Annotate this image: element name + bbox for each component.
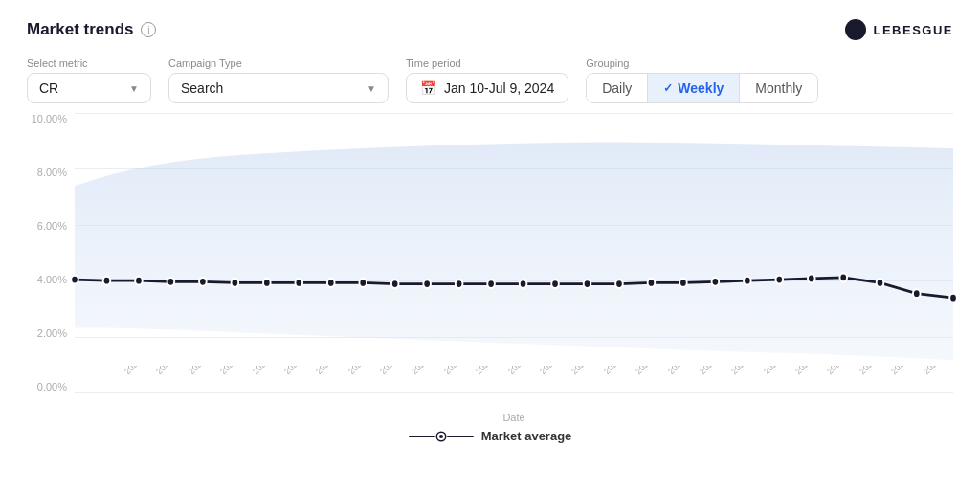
grouping-group: Grouping Daily ✓ Weekly Monthly <box>586 57 818 103</box>
svg-point-27 <box>949 294 957 302</box>
metric-value: CR <box>39 80 58 96</box>
chart-svg <box>75 113 953 392</box>
svg-point-25 <box>877 279 884 287</box>
svg-point-18 <box>648 279 656 287</box>
svg-point-6 <box>263 279 271 287</box>
svg-point-13 <box>487 280 495 288</box>
logo-icon <box>845 19 866 40</box>
x-label: 2024-03-10 <box>410 366 448 376</box>
svg-point-12 <box>456 280 463 288</box>
svg-point-4 <box>199 278 207 286</box>
svg-point-9 <box>359 279 367 287</box>
svg-point-17 <box>615 280 623 288</box>
metric-chevron-icon: ▼ <box>129 83 139 94</box>
y-label-6: 6.00% <box>37 220 67 232</box>
grouping-monthly-button[interactable]: Monthly <box>740 74 817 102</box>
time-period-value: Jan 10-Jul 9, 2024 <box>444 80 554 96</box>
title-row: Market trends i <box>27 20 156 39</box>
svg-point-7 <box>295 279 302 287</box>
campaign-type-group: Campaign Type Search ▼ <box>168 57 389 103</box>
chart-inner: 2024-01-072024-01-142024-01-212024-01-28… <box>75 113 953 392</box>
metric-group: Select metric CR ▼ <box>27 57 151 103</box>
time-period-picker[interactable]: 📅 Jan 10-Jul 9, 2024 <box>406 73 568 103</box>
grouping-daily-button[interactable]: Daily <box>587 74 648 102</box>
x-label: 2024-03-31 <box>506 366 545 376</box>
svg-point-5 <box>232 279 239 287</box>
logo: LEBESGUE <box>845 19 953 40</box>
svg-point-21 <box>744 277 751 285</box>
campaign-type-chevron-icon: ▼ <box>367 83 376 94</box>
page: Market trends i LEBESGUE Select metric C… <box>0 0 980 492</box>
y-label-10: 10.00% <box>32 113 67 124</box>
svg-point-0 <box>71 276 78 284</box>
x-label: 2024-06-23 <box>889 366 927 376</box>
svg-point-10 <box>391 280 399 288</box>
legend-line-2 <box>447 436 474 437</box>
time-period-label: Time period <box>406 57 568 69</box>
svg-point-16 <box>584 280 591 288</box>
svg-point-2 <box>135 277 143 285</box>
svg-point-20 <box>712 278 720 286</box>
svg-point-1 <box>103 277 111 285</box>
svg-point-8 <box>327 279 335 287</box>
svg-point-3 <box>167 278 175 286</box>
header: Market trends i LEBESGUE <box>27 19 953 40</box>
grid-line-100 <box>75 392 953 393</box>
chart-area-fill <box>75 143 953 361</box>
x-label: 2024-02-18 <box>314 366 352 376</box>
y-axis: 10.00% 8.00% 6.00% 4.00% 2.00% 0.00% <box>27 113 75 419</box>
y-label-8: 8.00% <box>37 167 67 178</box>
x-label: 2024-06-30 <box>922 366 953 376</box>
x-label: 2024-04-28 <box>634 366 672 376</box>
svg-point-24 <box>839 273 847 281</box>
svg-point-11 <box>423 280 431 288</box>
metric-label: Select metric <box>27 57 151 69</box>
logo-text: LEBESGUE <box>873 23 953 37</box>
grouping-buttons: Daily ✓ Weekly Monthly <box>586 73 818 103</box>
legend-label: Market average <box>481 429 572 443</box>
x-label: 2024-01-14 <box>154 366 192 376</box>
x-label: 2024-03-24 <box>474 366 512 376</box>
campaign-type-select[interactable]: Search ▼ <box>168 73 389 103</box>
chart-area: 10.00% 8.00% 6.00% 4.00% 2.00% 0.00% <box>27 113 953 419</box>
page-title: Market trends <box>27 20 133 39</box>
x-label: 2024-05-05 <box>666 366 704 376</box>
svg-point-15 <box>551 280 559 288</box>
check-icon: ✓ <box>663 81 673 95</box>
chart-legend: Market average <box>27 429 953 443</box>
y-label-2: 2.00% <box>37 327 67 339</box>
svg-point-23 <box>808 274 815 282</box>
svg-point-22 <box>775 276 783 284</box>
svg-point-26 <box>913 289 921 298</box>
y-label-0: 0.00% <box>37 381 67 392</box>
legend-line <box>409 436 435 437</box>
calendar-icon: 📅 <box>420 80 436 96</box>
time-period-group: Time period 📅 Jan 10-Jul 9, 2024 <box>406 57 568 103</box>
x-axis: 2024-01-072024-01-142024-01-212024-01-28… <box>122 366 953 392</box>
x-label: 2024-05-19 <box>729 366 768 376</box>
x-label: 2024-06-09 <box>825 366 863 376</box>
grouping-label: Grouping <box>586 57 818 69</box>
x-label: 2024-01-28 <box>218 366 256 376</box>
campaign-type-value: Search <box>181 80 223 96</box>
y-label-4: 4.00% <box>37 274 67 285</box>
legend-dot <box>437 433 445 440</box>
info-icon[interactable]: i <box>141 22 156 37</box>
controls-row: Select metric CR ▼ Campaign Type Search … <box>27 57 953 103</box>
grouping-weekly-button[interactable]: ✓ Weekly <box>648 74 740 102</box>
svg-point-14 <box>520 280 527 288</box>
svg-point-19 <box>679 279 687 287</box>
metric-select[interactable]: CR ▼ <box>27 73 151 103</box>
x-label: 2024-04-14 <box>569 366 608 376</box>
x-label: 2024-02-04 <box>251 366 289 376</box>
campaign-type-label: Campaign Type <box>168 57 389 69</box>
